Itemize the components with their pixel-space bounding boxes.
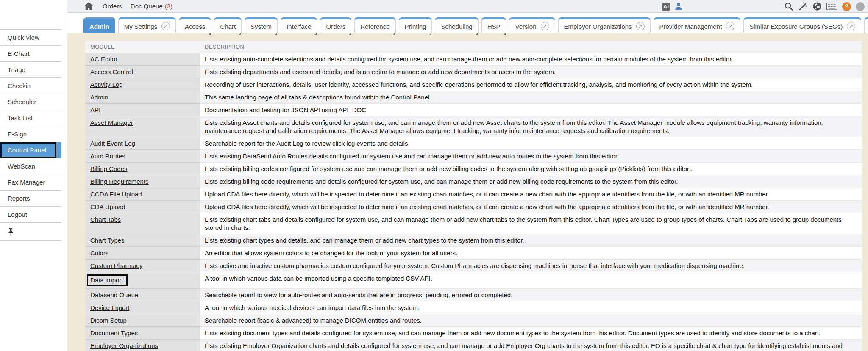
tab-label: Similar Exposure Groups (SEGs) <box>749 23 843 30</box>
module-link-employer-organizations[interactable]: Employer Organizations <box>90 342 158 349</box>
module-link-auto-routes[interactable]: Auto Routes <box>90 152 125 160</box>
sidebar-item-control-panel[interactable]: Control Panel <box>0 142 61 158</box>
description-cell: Lists active and inactive custom pharmac… <box>200 260 862 272</box>
description-cell: Documentation and testing for JSON API u… <box>200 104 862 116</box>
sidebar-item-logout[interactable]: Logout <box>0 206 61 222</box>
module-link-audit-event-log[interactable]: Audit Event Log <box>90 140 135 147</box>
sidebar-item-checkin[interactable]: Checkin <box>0 77 61 94</box>
sidebar-item-scheduler[interactable]: Scheduler <box>0 94 61 110</box>
module-link-colors[interactable]: Colors <box>90 249 108 257</box>
sidebar-item-reports[interactable]: Reports <box>0 190 61 206</box>
description-cell: An editor that allows system colors to b… <box>200 247 862 260</box>
tab-similar-exposure-groups-segs[interactable]: Similar Exposure Groups (SEGs)↗ <box>743 17 861 33</box>
description-cell: Lists existing billing code requirements… <box>200 175 862 188</box>
module-link-document-types[interactable]: Document Types <box>90 329 138 337</box>
module-link-billing-codes[interactable]: Billing Codes <box>90 165 128 172</box>
module-link-access-control[interactable]: Access Control <box>90 68 133 75</box>
sidebar-item-triage[interactable]: Triage <box>0 61 61 77</box>
module-link-custom-pharmacy[interactable]: Custom Pharmacy <box>90 262 142 269</box>
sidebar-spacer <box>0 0 61 29</box>
table-row: CDA UploadUpload CDA files here directly… <box>85 201 862 213</box>
table-row: AC EditorLists existing auto-complete se… <box>85 53 862 66</box>
globe-icon[interactable] <box>812 2 822 11</box>
tab-version[interactable]: Version↗ <box>509 17 555 33</box>
module-cell: AC Editor <box>85 53 200 66</box>
tab-hsp[interactable]: HSP <box>481 17 506 33</box>
breadcrumb-orders[interactable]: Orders <box>103 3 122 10</box>
tab-access[interactable]: Access <box>179 17 211 33</box>
module-cell: Access Control <box>85 66 200 78</box>
module-cell: Custom Pharmacy <box>85 260 200 272</box>
sidebar-item-task-list[interactable]: Task List <box>0 110 61 126</box>
keyboard-icon[interactable] <box>826 2 837 11</box>
tab-employer-organizations[interactable]: Employer Organizations↗ <box>558 17 651 33</box>
highlight-box: Data import <box>87 274 128 286</box>
table-row: Document TypesLists existing document ty… <box>85 327 862 340</box>
search-icon[interactable] <box>784 2 793 11</box>
table-row: Dicom SetupSearchable report (basic & ad… <box>85 314 862 327</box>
table-row: AdminThis same landing page of all tabs … <box>85 91 862 104</box>
table-row: Chart TabsLists existing chart tabs and … <box>85 213 862 234</box>
sidebar-item-e-chart[interactable]: E-Chart <box>0 45 61 61</box>
magic-wand-icon[interactable] <box>798 2 808 11</box>
description-cell: Searchable report to view for auto-route… <box>200 289 862 301</box>
description-cell: Lists existing document types and detail… <box>200 327 862 340</box>
tab-my-settings[interactable]: My Settings↗ <box>118 17 176 33</box>
module-cell: API <box>85 104 200 116</box>
topbar-right-icons: ? <box>784 0 865 13</box>
tab-chart[interactable]: Chart <box>214 17 242 33</box>
tab-printing[interactable]: Printing <box>399 17 432 33</box>
tab-scheduling[interactable]: Scheduling <box>435 17 478 33</box>
help-icon[interactable]: ? <box>842 2 851 11</box>
module-cell: Chart Types <box>85 234 200 247</box>
sidebar-item-fax-manager[interactable]: Fax Manager <box>0 174 61 190</box>
sidebar-item-e-sign[interactable]: E-Sign <box>0 126 61 142</box>
tab-orders[interactable]: Orders <box>320 17 351 33</box>
module-link-dicom-setup[interactable]: Dicom Setup <box>90 317 127 324</box>
breadcrumb-doc-queue[interactable]: Doc Queue (3) <box>131 3 172 10</box>
description-cell: Lists existing departments and users and… <box>200 66 862 78</box>
module-link-api[interactable]: API <box>90 106 100 113</box>
module-cell: Billing Codes <box>85 163 200 175</box>
module-link-admin[interactable]: Admin <box>90 94 108 101</box>
top-bar: Orders Doc Queue (3) AI ? <box>67 0 868 13</box>
module-link-chart-types[interactable]: Chart Types <box>90 237 125 244</box>
module-link-billing-requirements[interactable]: Billing Requirements <box>90 178 149 185</box>
module-link-ac-editor[interactable]: AC Editor <box>90 55 117 63</box>
module-link-device-import[interactable]: Device Import <box>90 304 130 311</box>
module-link-asset-manager[interactable]: Asset Manager <box>90 119 133 126</box>
sidebar-item-webscan[interactable]: WebScan <box>0 158 61 174</box>
ai-badge[interactable]: AI <box>662 3 670 11</box>
sidebar-item-label: Fax Manager <box>8 179 45 186</box>
tab-reference[interactable]: Reference <box>354 17 395 33</box>
module-link-cda-upload[interactable]: CDA Upload <box>90 203 125 210</box>
status-circle-icon[interactable] <box>856 2 865 11</box>
module-cell: Datasend Queue <box>85 289 200 301</box>
module-cell: Asset Manager <box>85 116 200 137</box>
tab-work-locations[interactable]: Work Locations↗ <box>864 17 868 33</box>
module-link-chart-tabs[interactable]: Chart Tabs <box>90 216 121 223</box>
tab-system[interactable]: System <box>245 17 278 33</box>
description-cell: A tool in which various medical devices … <box>200 301 862 314</box>
user-icon[interactable] <box>674 2 683 11</box>
topbar-center-icons: AI <box>662 0 683 13</box>
sidebar-pin-button[interactable] <box>0 222 61 241</box>
module-link-datasend-queue[interactable]: Datasend Queue <box>90 291 138 298</box>
module-link-data-import[interactable]: Data import <box>90 276 123 284</box>
table-row: Datasend QueueSearchable report to view … <box>85 289 862 301</box>
tab-label: Orders <box>326 23 345 30</box>
tab-admin[interactable]: Admin <box>83 17 115 33</box>
module-link-ccda-file-upload[interactable]: CCDA File Upload <box>90 191 142 198</box>
sidebar-item-quick-view[interactable]: Quick View <box>0 29 61 45</box>
module-cell: Admin <box>85 91 200 104</box>
module-cell: CCDA File Upload <box>85 188 200 201</box>
tab-label: Chart <box>220 23 236 30</box>
table-header-row: MODULE DESCRIPTION <box>85 41 862 53</box>
tab-label: Employer Organizations <box>564 23 632 30</box>
tab-provider-management[interactable]: Provider Management↗ <box>654 17 741 33</box>
module-link-activity-log[interactable]: Activity Log <box>90 81 123 88</box>
tab-interface[interactable]: Interface <box>281 17 317 33</box>
table-row: Auto RoutesLists existing DataSend Auto … <box>85 150 862 163</box>
table-row: Device ImportA tool in which various med… <box>85 301 862 314</box>
home-button[interactable] <box>84 2 93 10</box>
